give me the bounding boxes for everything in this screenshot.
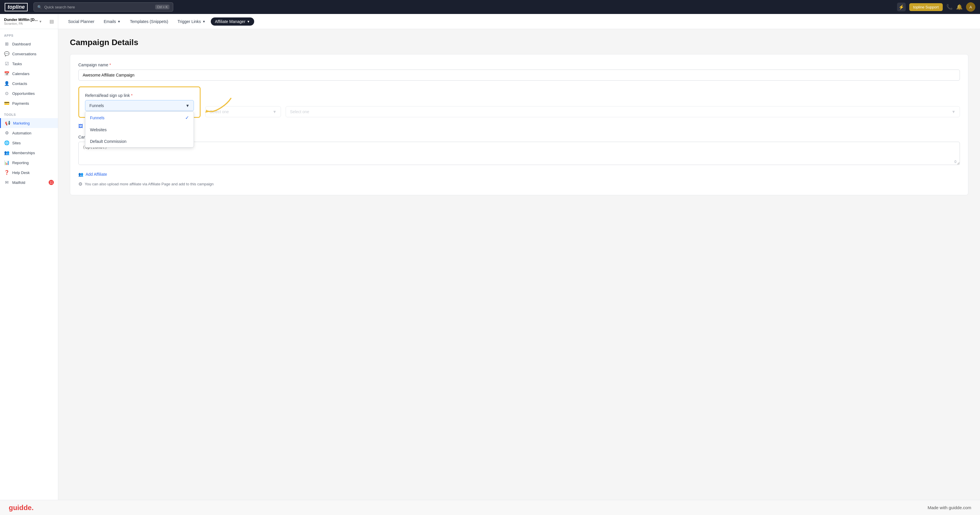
subnav-trigger-links[interactable]: Trigger Links ▼ (173, 17, 210, 25)
sidebar-item-contacts[interactable]: 👤 Contacts (0, 79, 58, 89)
subnav-templates[interactable]: Templates (Snippets) (126, 17, 172, 25)
tools-section-label: Tools (0, 108, 58, 118)
page-content: Campaign Details Campaign name * Refer (58, 29, 980, 500)
sidebar-item-automation[interactable]: ⚙ Automation (0, 128, 58, 138)
subnav-affiliate-manager[interactable]: Affiliate Manager ▼ (211, 17, 254, 25)
workspace-location: Scranton, PA (4, 22, 38, 25)
campaign-name-group: Campaign name * (78, 63, 960, 81)
sites-icon: 🌐 (4, 140, 9, 146)
sidebar-item-label: Memberships (12, 151, 35, 155)
memberships-icon: 👥 (4, 150, 9, 155)
apps-section-label: Apps (0, 29, 58, 39)
sidebar-item-helpdesk[interactable]: ❓ Help Desk (0, 168, 58, 177)
sidebar-item-mailfold[interactable]: ✉ Mailfold 11 (0, 177, 58, 187)
workspace-info: Dunder Mifflin [D... Scranton, PA (4, 17, 38, 25)
sidebar: Dunder Mifflin [D... Scranton, PA ▼ ▤ Ap… (0, 14, 58, 500)
add-affiliate-button[interactable]: 👥 Add Affiliate (78, 172, 960, 177)
sidebar-item-memberships[interactable]: 👥 Memberships (0, 148, 58, 158)
phone-icon[interactable]: 📞 (946, 4, 953, 10)
campaign-description-input[interactable] (78, 142, 960, 165)
add-products-icon: 🖼 (78, 124, 83, 129)
content-area: Social Planner Emails ▼ Templates (Snipp… (58, 14, 980, 500)
sidebar-item-sites[interactable]: 🌐 Sites (0, 138, 58, 148)
sidebar-item-label: Mailfold (12, 181, 25, 185)
search-shortcut: Ctrl + K (155, 5, 169, 9)
sidebar-item-label: Contacts (12, 81, 27, 86)
app-logo: topline (5, 3, 28, 11)
affiliate-info: ⚙ You can also upload more affiliate via… (78, 181, 960, 187)
referral-dropdown-menu: Funnels ✓ Websites Default Commission (85, 111, 194, 147)
campaign-description-group: Campaign description 0 (78, 135, 960, 166)
tasks-icon: ☑ (4, 61, 9, 67)
marketing-icon: 📢 (5, 120, 10, 126)
emails-dropdown-icon: ▼ (117, 20, 121, 23)
select-one-right[interactable]: Select one ▼ (286, 106, 960, 117)
referral-dropdown-section: Referral/lead sign up link * Funnels ▼ (78, 86, 200, 118)
sidebar-item-conversations[interactable]: 💬 Conversations (0, 49, 58, 59)
sidebar-item-dashboard[interactable]: ⊞ Dashboard (0, 39, 58, 49)
subnav-label: Affiliate Manager (215, 19, 245, 24)
guidde-logo-text: guidde. (9, 504, 33, 512)
trigger-links-dropdown-icon: ▼ (202, 20, 205, 23)
opportunities-icon: ⊙ (4, 91, 9, 96)
sidebar-header: Dunder Mifflin [D... Scranton, PA ▼ ▤ (0, 14, 58, 29)
guidde-tagline: Made with guidde.com (928, 505, 971, 510)
lightning-button[interactable]: ⚡ (897, 3, 906, 11)
sidebar-item-opportunities[interactable]: ⊙ Opportunities (0, 89, 58, 98)
referral-type-select[interactable]: Funnels ▼ (85, 100, 194, 111)
required-indicator: * (110, 63, 111, 67)
contacts-icon: 👤 (4, 81, 9, 86)
search-bar[interactable]: 🔍 Quick search here Ctrl + K (33, 2, 173, 12)
subnav-label: Social Planner (68, 19, 94, 24)
search-icon: 🔍 (37, 5, 42, 9)
sidebar-item-calendars[interactable]: 📅 Calendars (0, 69, 58, 79)
mailfold-icon: ✉ (4, 180, 9, 185)
sidebar-item-tasks[interactable]: ☑ Tasks (0, 59, 58, 69)
sidebar-item-label: Dashboard (12, 42, 31, 46)
bell-icon[interactable]: 🔔 (956, 4, 963, 10)
sidebar-item-label: Automation (12, 131, 32, 135)
add-products-button[interactable]: 🖼 Add products (78, 124, 960, 129)
campaign-name-input[interactable] (78, 70, 960, 81)
automation-icon: ⚙ (4, 130, 9, 136)
avatar[interactable]: A (966, 2, 975, 12)
referral-type-select-wrapper: Funnels ▼ Funnels ✓ Websites (85, 100, 194, 111)
sidebar-toggle-button[interactable]: ▤ (49, 19, 54, 24)
subnav-emails[interactable]: Emails ▼ (100, 17, 125, 25)
sidebar-item-label: Opportunities (12, 91, 35, 96)
top-nav: topline 🔍 Quick search here Ctrl + K ⚡ t… (0, 0, 980, 14)
conversations-icon: 💬 (4, 51, 9, 57)
dropdown-item-funnels[interactable]: Funnels ✓ (85, 111, 194, 124)
guidde-logo: guidde. (9, 504, 33, 512)
dropdown-option-label: Websites (90, 127, 107, 132)
calendars-icon: 📅 (4, 71, 9, 76)
referral-row: Referral/lead sign up link * Funnels ▼ (78, 86, 960, 118)
sidebar-item-marketing[interactable]: 📢 Marketing (0, 118, 58, 128)
referral-label: Referral/lead sign up link * (85, 93, 194, 98)
top-nav-right: ⚡ topline Support 📞 🔔 A (897, 2, 975, 12)
guidde-footer: guidde. Made with guidde.com (0, 500, 980, 515)
dropdown-item-websites[interactable]: Websites (85, 124, 194, 136)
page-title: Campaign Details (70, 38, 968, 47)
support-button[interactable]: topline Support (909, 3, 943, 11)
secondary-selects: Select one ▼ Select one ▼ (205, 106, 960, 118)
sidebar-item-label: Calendars (12, 71, 29, 76)
sidebar-item-payments[interactable]: 💳 Payments (0, 98, 58, 108)
info-icon: ⚙ (78, 181, 83, 187)
workspace-chevron-icon: ▼ (39, 20, 42, 23)
sidebar-item-label: Help Desk (12, 171, 30, 175)
sidebar-item-reporting[interactable]: 📊 Reporting (0, 158, 58, 168)
reporting-icon: 📊 (4, 160, 9, 165)
dropdown-item-default-commission[interactable]: Default Commission (85, 136, 194, 147)
subnav-social-planner[interactable]: Social Planner (64, 17, 99, 25)
sidebar-item-label: Sites (12, 141, 21, 145)
sub-nav: Social Planner Emails ▼ Templates (Snipp… (58, 14, 980, 29)
required-indicator: * (131, 93, 132, 98)
campaign-name-label: Campaign name * (78, 63, 960, 67)
char-count: 0 (955, 160, 956, 164)
sidebar-item-label: Reporting (12, 161, 29, 165)
chevron-icon: ▼ (951, 109, 956, 114)
workspace-name: Dunder Mifflin [D... (4, 17, 38, 22)
workspace-selector[interactable]: Dunder Mifflin [D... Scranton, PA ▼ (4, 17, 42, 25)
subnav-label: Emails (103, 19, 116, 24)
